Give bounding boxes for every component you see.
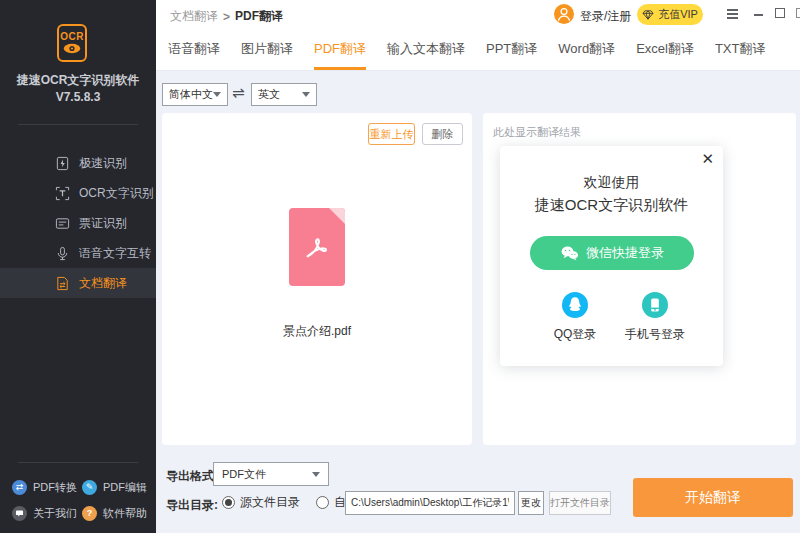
uploaded-filename: 景点介绍.pdf [162, 323, 472, 340]
acrobat-glyph [300, 230, 334, 264]
reupload-button[interactable]: 重新上传 [368, 123, 415, 145]
sidebar-menu: 极速识别 OCR文字识别 票证识别 语音文字互转 文档翻译 [0, 148, 156, 298]
doc-translate-icon [55, 276, 70, 291]
upload-panel: 重新上传 删除 景点介绍.pdf [162, 113, 472, 445]
login-dialog: ✕ 欢迎使用 捷速OCR文字识别软件 微信快捷登录 [500, 146, 723, 366]
pdf-edit-link[interactable]: ✎ PDF编辑 [82, 480, 147, 495]
chevron-down-icon [312, 472, 320, 477]
pdf-edit-icon: ✎ [82, 480, 97, 495]
gem-icon [642, 10, 654, 20]
result-placeholder-text: 此处显示翻译结果 [493, 125, 581, 140]
footer-label: PDF转换 [33, 480, 77, 495]
qq-login-button[interactable]: QQ登录 [530, 292, 620, 343]
app-name: 捷速OCR文字识别软件 [0, 72, 156, 89]
ocr-scan-icon [55, 186, 70, 201]
pdf-convert-link[interactable]: ⇄ PDF转换 [12, 480, 77, 495]
sidebar-item-label: 极速识别 [79, 155, 127, 172]
export-dir-label: 导出目录: [166, 497, 218, 514]
translation-tabs: 语音翻译 图片翻译 PDF翻译 输入文本翻译 PPT翻译 Word翻译 Exce… [156, 28, 800, 71]
eye-icon [62, 43, 82, 54]
change-path-button[interactable]: 更改 [518, 491, 544, 515]
sidebar-divider-top [18, 124, 138, 125]
chat-bubble-icon [12, 506, 27, 521]
sidebar: OCR 捷速OCR文字识别软件 V7.5.8.3 极速识别 OCR文字识别 票证… [0, 0, 156, 533]
wechat-icon [560, 245, 579, 261]
tab-image-translate[interactable]: 图片翻译 [241, 28, 293, 70]
tab-word-translate[interactable]: Word翻译 [558, 28, 615, 70]
tab-txt-translate[interactable]: TXT翻译 [715, 28, 766, 70]
maximize-icon[interactable] [775, 8, 785, 18]
target-language-select[interactable]: 英文 [251, 83, 317, 106]
sidebar-item-label: OCR文字识别 [79, 185, 154, 202]
sidebar-item-ocr-text[interactable]: OCR文字识别 [0, 178, 156, 208]
sidebar-item-ticket-recognition[interactable]: 票证识别 [0, 208, 156, 238]
sidebar-divider-bottom [18, 462, 138, 463]
minimize-icon[interactable] [754, 14, 763, 16]
tab-voice-translate[interactable]: 语音翻译 [168, 28, 220, 70]
wechat-login-button[interactable]: 微信快捷登录 [530, 236, 694, 270]
tab-text-input-translate[interactable]: 输入文本翻译 [387, 28, 465, 70]
phone-login-button[interactable]: 手机号登录 [610, 292, 700, 343]
login-register-link[interactable]: 登录/注册 [580, 8, 631, 25]
result-panel: 此处显示翻译结果 ✕ 欢迎使用 捷速OCR文字识别软件 微信快捷登录 [483, 113, 796, 445]
breadcrumb-separator: > [223, 10, 230, 24]
microphone-icon [55, 246, 70, 261]
export-format-label: 导出格式: [166, 468, 218, 485]
source-language-select[interactable]: 简体中文 [162, 83, 228, 106]
export-path-input[interactable] [345, 491, 515, 515]
menu-icon[interactable] [727, 9, 738, 19]
welcome-line2: 捷速OCR文字识别软件 [500, 196, 723, 215]
footer-label: PDF编辑 [103, 480, 147, 495]
swap-languages-icon[interactable]: ⇌ [232, 84, 245, 102]
software-help-link[interactable]: ? 软件帮助 [82, 506, 147, 521]
question-mark-icon: ? [82, 506, 97, 521]
ocr-logo-text: OCR [60, 32, 84, 42]
qq-icon [562, 292, 588, 318]
phone-login-label: 手机号登录 [625, 326, 685, 343]
content-area: 文档翻译 > PDF翻译 登录/注册 充值VIP 语音翻译 [156, 0, 800, 533]
open-directory-button[interactable]: 打开文件目录 [549, 491, 611, 515]
breadcrumb-current: PDF翻译 [235, 8, 283, 25]
sidebar-item-speech-text[interactable]: 语音文字互转 [0, 238, 156, 268]
export-format-select[interactable]: PDF文件 [213, 462, 329, 486]
radio-unselected-icon [316, 496, 329, 509]
delete-button[interactable]: 删除 [422, 123, 463, 145]
qq-login-label: QQ登录 [554, 326, 597, 343]
footer-label: 软件帮助 [103, 506, 147, 521]
vip-recharge-button[interactable]: 充值VIP [637, 4, 703, 25]
sidebar-item-label: 票证识别 [79, 215, 127, 232]
target-language-value: 英文 [258, 87, 280, 102]
tab-excel-translate[interactable]: Excel翻译 [636, 28, 694, 70]
chevron-down-icon [213, 92, 221, 97]
footer-label: 关于我们 [33, 506, 77, 521]
source-language-value: 简体中文 [169, 87, 213, 102]
start-translate-button[interactable]: 开始翻译 [633, 478, 793, 517]
sidebar-item-rapid-recognition[interactable]: 极速识别 [0, 148, 156, 178]
app-window: OCR 捷速OCR文字识别软件 V7.5.8.3 极速识别 OCR文字识别 票证… [0, 0, 800, 533]
breadcrumb-parent[interactable]: 文档翻译 [170, 8, 218, 25]
page-fold [329, 208, 345, 224]
vip-label: 充值VIP [658, 7, 698, 22]
tab-ppt-translate[interactable]: PPT翻译 [486, 28, 537, 70]
ticket-icon [55, 216, 70, 231]
close-icon[interactable] [796, 8, 800, 18]
sidebar-item-document-translation[interactable]: 文档翻译 [0, 268, 156, 298]
tab-pdf-translate[interactable]: PDF翻译 [314, 28, 366, 70]
chevron-down-icon [302, 92, 310, 97]
about-us-link[interactable]: 关于我们 [12, 506, 77, 521]
pdf-convert-icon: ⇄ [12, 480, 27, 495]
wechat-login-label: 微信快捷登录 [586, 244, 664, 262]
sidebar-item-label: 语音文字互转 [79, 245, 151, 262]
avatar[interactable] [554, 4, 574, 24]
rapid-page-icon [55, 156, 70, 171]
welcome-line1: 欢迎使用 [500, 174, 723, 192]
dialog-close-icon[interactable]: ✕ [701, 150, 714, 168]
radio-selected-icon [222, 496, 235, 509]
top-bar: 文档翻译 > PDF翻译 登录/注册 充值VIP [156, 0, 800, 28]
radio-source-label: 源文件目录 [240, 494, 300, 511]
export-format-value: PDF文件 [222, 467, 266, 482]
ocr-logo: OCR [57, 24, 87, 62]
pdf-file-icon [289, 208, 345, 286]
breadcrumb: 文档翻译 > PDF翻译 [170, 8, 283, 25]
radio-source-dir[interactable]: 源文件目录 [222, 494, 300, 511]
